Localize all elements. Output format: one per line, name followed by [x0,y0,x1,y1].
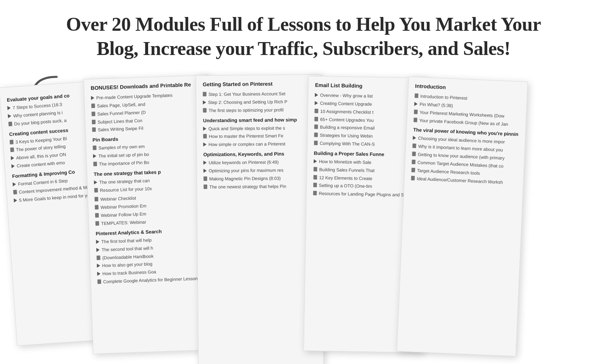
item-text: The second tool that will h [102,245,153,253]
video-icon [315,93,318,97]
item-text: How to track Business Goa [102,269,156,277]
item-text: Ideal Audience/Customer Research Worksh [416,176,503,185]
list-item: Resources for Landing Page Plugins and S… [313,190,419,198]
item-text: Creating Content Upgrade [320,100,372,107]
doc-icon [314,125,318,129]
list-item: Setting up a OTO (One-tim [313,182,419,190]
video-icon [11,164,15,169]
list-item: TEMPLATES: Webinar [96,217,207,226]
item-text: Step 2: Choosing and Setting Up Rich P [208,99,287,106]
item-text: Complete Google Analytics for Beginner L… [103,275,198,285]
doc-icon [203,108,206,112]
video-icon [96,248,100,252]
item-text: (Downloadable Handbook [102,253,154,261]
video-icon [91,96,94,100]
item-text: Subject Lines that Con [98,117,142,125]
card3-section1-title: Getting Started on Pinterest [203,80,314,87]
list-item: Resource List for your 10x [94,184,206,193]
item-text: The one newest strategy that helps Pin [209,183,286,190]
item-text: Create content with emo [17,160,65,169]
item-text: Samples of my own em [98,144,145,151]
item-text: Building a responsive Email [320,124,375,131]
item-text: 65+ Content Upgrades You [320,116,374,123]
item-text: Webinar Follow Up Em [101,211,146,219]
video-icon [413,136,416,140]
doc-icon [97,255,100,260]
item-text: Sales Writing Swipe Fil [98,125,144,133]
list-item: Making Magnetic Pin Designs (8:03) [204,175,315,182]
video-icon [203,142,206,146]
doc-icon [204,184,207,189]
video-icon [11,156,15,161]
doc-icon [93,146,96,150]
item-text: 10 Assignments Checklist t [320,108,374,115]
item-text: Format Content in 6 Step [18,178,68,187]
item-text: Pin What? (5:38) [420,101,453,108]
item-text: Building Sales Funnels That [319,167,375,174]
doc-icon [94,188,98,192]
item-text: Do your blog posts suck, a [14,117,67,127]
doc-icon [92,127,96,132]
doc-icon [415,93,418,98]
item-text: Sales Page, UpSell, and [97,101,145,109]
doc-icon [314,116,318,121]
video-icon [14,198,17,203]
card2-section2-title: Pin Boards [92,133,204,143]
video-icon [97,264,100,268]
headline-line2: Blog, Increase your Traffic, Subscribers… [97,38,510,59]
item-text: 7 Steps to Success (16:3 [13,102,62,111]
cards-area: Evaluate your goals and co 7 Steps to Su… [0,75,607,364]
list-item: Optimizing your pins for maximum res [204,167,315,174]
list-item: Step 1: Get Your Business Account Set [203,91,314,97]
video-icon [204,169,207,173]
doc-icon [93,162,97,166]
doc-icon [13,190,17,195]
item-text: 12 Key Elements to Create [319,175,372,182]
item-text: Complying With The CAN-S [320,140,375,147]
video-icon [203,127,206,131]
card3-section3-title: Optimizations, Keywords, and Pins [203,151,315,157]
doc-icon [313,191,317,195]
item-text: The power of story telling [16,144,66,153]
item-text: The importance of Pin Bo [99,159,149,167]
card5-section1-title: Introduction [415,83,520,93]
item-text: How to also get your blog [102,261,153,269]
doc-icon [98,279,101,284]
doc-icon [314,109,318,113]
list-item: Creating Content Upgrade [315,100,420,108]
card3-section2-title: Understanding smart feed and how simp [203,116,315,123]
doc-icon [412,167,415,172]
doc-icon [203,134,207,139]
doc-icon [314,133,318,137]
item-text: Introduction to Pinterest [420,93,467,102]
list-item: Complete Google Analytics for Beginner L… [98,275,209,285]
doc-icon [204,176,207,181]
doc-icon [95,197,98,201]
doc-icon [8,121,13,126]
doc-icon [412,144,416,148]
doc-icon [313,175,317,179]
video-icon [94,180,97,184]
list-item: Building a responsive Email [314,124,420,132]
item-text: The first steps to optimizing your profi… [208,107,283,113]
item-text: Utilize keywords on Pinterest (6:49) [209,159,279,166]
doc-icon [95,213,99,218]
video-icon [97,272,100,276]
doc-icon [412,152,416,156]
doc-icon [91,112,95,116]
headline-line1: Over 20 Modules Full of Lessons to Help … [66,13,541,35]
doc-icon [95,205,98,210]
item-text: TEMPLATES: Webinar [101,219,146,227]
item-text: Quick and Simple steps to exploit the s [208,125,285,131]
item-text: Why content planning is i [13,110,63,119]
doc-icon [203,92,206,96]
video-icon [414,102,418,106]
list-item: Sales Writing Swipe Fil [92,123,204,133]
doc-icon [411,176,415,180]
item-text: Above all, this is your ON [16,152,66,161]
list-item: 65+ Content Upgrades You [314,116,420,124]
doc-icon [92,119,96,124]
video-icon [204,161,207,165]
item-text: Step 1: Get Your Business Account Set [208,91,285,97]
list-item: 10 Assignments Checklist t [314,108,420,116]
